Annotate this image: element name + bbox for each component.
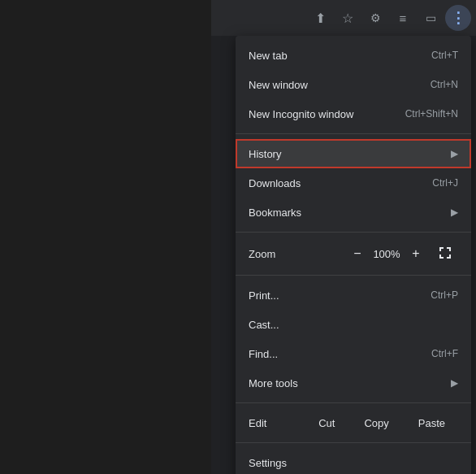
share-button[interactable]: ⬆ [307, 5, 333, 31]
new-incognito-label: New Incognito window [249, 108, 373, 120]
print-label: Print... [249, 289, 398, 302]
menu-item-print[interactable]: Print... Ctrl+P [236, 280, 471, 310]
cut-label: Cut [318, 417, 335, 429]
zoom-plus-icon: + [412, 246, 419, 261]
menu-item-find[interactable]: Find... Ctrl+F [236, 339, 471, 368]
history-arrow-icon: ▶ [451, 148, 458, 159]
bookmark-icon: ☆ [342, 11, 353, 26]
extensions-icon: ⚙ [370, 11, 381, 24]
menu-item-history[interactable]: History ▶ [236, 139, 471, 168]
divider-4 [236, 402, 471, 403]
bookmarks-arrow-icon: ▶ [451, 207, 458, 218]
zoom-controls: − 100% + [344, 241, 429, 267]
browser-toolbar: ⬆ ☆ ⚙ ≡ ▭ ⋮ [211, 0, 476, 36]
find-label: Find... [249, 348, 399, 360]
menu-item-new-window[interactable]: New window Ctrl+N [236, 70, 471, 99]
zoom-value: 100% [370, 248, 403, 260]
tab-search-button[interactable]: ≡ [390, 5, 416, 31]
downloads-label: Downloads [249, 177, 400, 189]
menu-item-bookmarks[interactable]: Bookmarks ▶ [236, 198, 471, 227]
zoom-row: Zoom − 100% + [236, 237, 471, 270]
divider-3 [236, 275, 471, 276]
more-tools-arrow-icon: ▶ [451, 377, 458, 389]
print-shortcut: Ctrl+P [431, 289, 458, 301]
svg-rect-3 [449, 247, 451, 251]
bookmark-button[interactable]: ☆ [335, 5, 361, 31]
divider-2 [236, 232, 471, 233]
bookmarks-label: Bookmarks [249, 207, 444, 219]
downloads-shortcut: Ctrl+J [432, 177, 458, 189]
svg-rect-5 [439, 254, 441, 259]
new-incognito-shortcut: Ctrl+Shift+N [405, 108, 458, 120]
menu-icon: ⋮ [451, 9, 465, 27]
paste-button[interactable]: Paste [405, 414, 458, 433]
menu-item-new-tab[interactable]: New tab Ctrl+T [236, 41, 471, 70]
divider-1 [236, 133, 471, 134]
new-tab-label: New tab [249, 50, 399, 62]
fullscreen-icon [439, 246, 452, 262]
menu-item-settings[interactable]: Settings [236, 448, 471, 474]
edit-label: Edit [249, 417, 302, 429]
menu-item-downloads[interactable]: Downloads Ctrl+J [236, 168, 471, 198]
fullscreen-button[interactable] [432, 241, 458, 267]
menu-item-cast[interactable]: Cast... [236, 310, 471, 339]
svg-rect-1 [439, 247, 441, 251]
extensions-button[interactable]: ⚙ [362, 5, 388, 31]
menu-button[interactable]: ⋮ [445, 5, 471, 31]
zoom-in-button[interactable]: + [403, 241, 429, 267]
cut-button[interactable]: Cut [305, 414, 348, 433]
zoom-label: Zoom [249, 248, 344, 260]
copy-label: Copy [364, 417, 388, 429]
menu-item-more-tools[interactable]: More tools ▶ [236, 368, 471, 398]
cast-label: Cast... [249, 319, 458, 331]
share-icon: ⬆ [315, 11, 326, 26]
svg-rect-7 [449, 254, 451, 259]
browser-background [0, 0, 211, 474]
find-shortcut: Ctrl+F [431, 348, 458, 359]
window-icon: ▭ [426, 11, 436, 24]
menu-item-new-incognito[interactable]: New Incognito window Ctrl+Shift+N [236, 99, 471, 128]
new-window-shortcut: Ctrl+N [431, 79, 458, 90]
paste-label: Paste [418, 417, 445, 429]
context-menu: New tab Ctrl+T New window Ctrl+N New Inc… [236, 36, 471, 474]
tab-search-icon: ≡ [400, 11, 407, 25]
history-label: History [249, 148, 444, 160]
copy-button[interactable]: Copy [351, 414, 401, 433]
more-tools-label: More tools [249, 377, 444, 389]
divider-5 [236, 442, 471, 443]
window-button[interactable]: ▭ [418, 5, 444, 31]
new-tab-shortcut: Ctrl+T [431, 50, 458, 61]
settings-label: Settings [249, 457, 458, 469]
edit-row: Edit Cut Copy Paste [236, 408, 471, 437]
new-window-label: New window [249, 79, 398, 91]
zoom-minus-icon: − [353, 246, 361, 261]
zoom-out-button[interactable]: − [344, 241, 370, 267]
